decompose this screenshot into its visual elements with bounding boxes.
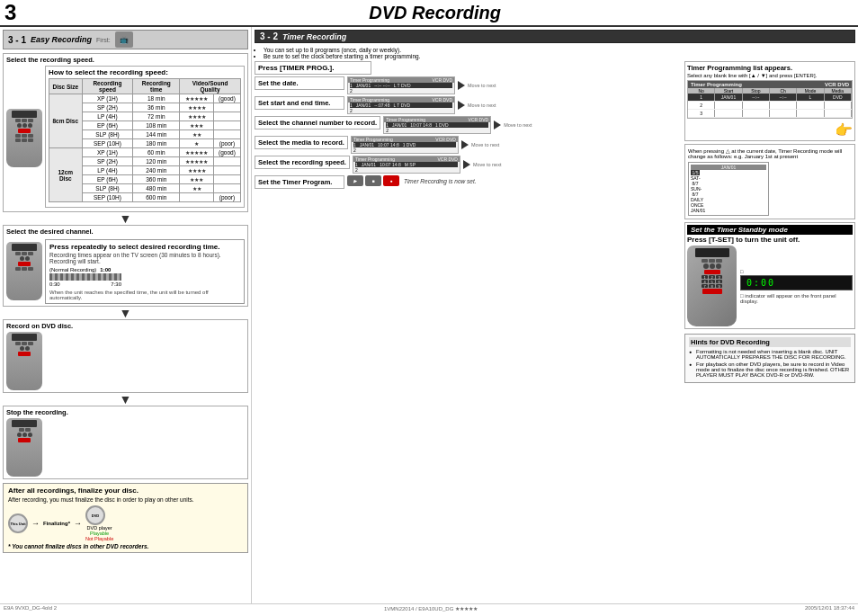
rb-row-6 bbox=[702, 289, 722, 294]
pr-sub: Recording times appear on the TV screen … bbox=[49, 252, 240, 264]
step3-title: Record on DVD disc. bbox=[6, 322, 245, 330]
tp-list-header: Timer Programming VCR DVD bbox=[688, 81, 852, 88]
hand-icon-area: 👉 bbox=[687, 121, 853, 138]
tp-hdr-title: Timer Programming bbox=[691, 82, 742, 87]
qual-label-sp-12 bbox=[213, 157, 240, 166]
tsr-set-date: Set the date. Timer Programming VCR DVD … bbox=[255, 76, 682, 94]
easy-rec-title: Easy Recording bbox=[31, 35, 92, 44]
mode-sp-12: SP (2H) bbox=[82, 157, 133, 166]
step3-inner bbox=[6, 332, 245, 390]
footer-right: 2005/12/01 18:37:44 bbox=[805, 605, 854, 615]
qual-sep-8: ★ bbox=[180, 139, 214, 148]
finalizing-text: Finalizing* bbox=[43, 521, 70, 526]
qual-label-sep-12: (poor) bbox=[213, 193, 240, 202]
page-footer: E9A 9VXD_DG-4old 2 1VMN22014 / E9A10UD_D… bbox=[0, 603, 858, 616]
ri-btn-round-2 bbox=[22, 123, 27, 128]
hint-1: Formatting is not needed when inserting … bbox=[689, 349, 851, 360]
tp-row2-no: 2 bbox=[688, 102, 715, 109]
remote-screen-4 bbox=[12, 420, 37, 427]
rb-btn-tset bbox=[702, 289, 722, 294]
qual-label-lp-12 bbox=[213, 166, 240, 175]
set-timer-prog-label: Set the Timer Program. bbox=[255, 175, 344, 189]
rb-btn-red bbox=[704, 270, 720, 274]
standby-right: □ 0:00 □ indicator will appear on the fr… bbox=[740, 269, 853, 304]
move-next-media: Move to next bbox=[471, 142, 500, 147]
mini-screen-media: Timer Programming VCR DVD 1JAN/0110:07 1… bbox=[351, 136, 459, 154]
tp-row3-data2 bbox=[743, 110, 770, 117]
hint-2: For playback on other DVD players, be su… bbox=[689, 362, 851, 378]
ri-btn-3b bbox=[22, 138, 27, 142]
move-next-channel: Move to next bbox=[504, 122, 532, 128]
timer-prog-buttons: ▶ ■ ● bbox=[347, 175, 399, 186]
ri-btn-round-5 bbox=[25, 256, 30, 261]
remote-screen-1 bbox=[12, 111, 37, 118]
qual-label-slp-12 bbox=[213, 184, 240, 193]
rb-row-3: 1 2 3 bbox=[702, 275, 722, 279]
rb-screen bbox=[695, 248, 729, 257]
hand-icon: 👉 bbox=[835, 122, 853, 138]
qual-label-ep-8 bbox=[213, 121, 240, 130]
remote-illus-2 bbox=[6, 242, 42, 300]
ri-row-6 bbox=[20, 256, 30, 261]
timer-bullets: You can set up to 8 programs (once, dail… bbox=[255, 47, 855, 59]
ri-row-3 bbox=[15, 134, 33, 138]
calendar-visual: JAN/01 1/5 SAT-8/7 SUN-8/7 bbox=[688, 162, 769, 216]
disc-flow: This Unit → Finalizing* → DVD DVD player bbox=[8, 505, 113, 541]
ri-btn-2a bbox=[15, 134, 21, 138]
ri-btn-round-3 bbox=[28, 123, 32, 128]
ms-dvd-label-2: VCR DVD bbox=[432, 97, 452, 103]
timer-side-panel: Timer Programming list appears. Select a… bbox=[684, 61, 855, 601]
arrow-finalize: → bbox=[31, 519, 40, 528]
ri-row-7 bbox=[15, 267, 33, 271]
ms-body-time: 1JAN/01--:07:48L T DVD 2 bbox=[348, 103, 454, 113]
ri-btn-2b bbox=[22, 134, 27, 138]
press-tset: Press [T-SET] to turn the unit off. bbox=[687, 236, 853, 244]
qual-label-sep-8: (poor) bbox=[213, 139, 240, 148]
select-media-right: Timer Programming VCR DVD 1JAN/0110:07 1… bbox=[351, 136, 500, 154]
tp-row1-ch: L bbox=[797, 94, 824, 101]
tsr-press-timer: Press [TIMER PROG.]. bbox=[255, 61, 682, 75]
ri-row-11 bbox=[17, 433, 32, 437]
ms-t5: 2 bbox=[350, 108, 353, 113]
timer-main-steps: Press [TIMER PROG.]. Set the date. Timer… bbox=[255, 61, 682, 601]
ri-row-10 bbox=[19, 428, 31, 432]
arrow-media bbox=[461, 140, 469, 149]
time-xp-12: 60 min bbox=[133, 148, 180, 157]
rb-num-7: 7 bbox=[702, 284, 708, 288]
ms-ch4: 1 DVD bbox=[435, 122, 449, 128]
ms-s2: JAN/01 bbox=[362, 162, 376, 167]
remote-screen-3 bbox=[12, 334, 37, 341]
ms-m4: 1 DVD bbox=[403, 142, 416, 147]
tp-row3-data3 bbox=[770, 110, 797, 117]
rb-num-4: 4 bbox=[702, 280, 708, 283]
tp-row1-no: 1 bbox=[688, 94, 715, 101]
ri-btn-7a bbox=[19, 428, 24, 432]
ms-body-speed: 1JAN/0110:07 14:8M SP 2 bbox=[353, 162, 460, 173]
ri-btn-round-8 bbox=[17, 433, 22, 437]
lcd-area: □ 0:00 bbox=[740, 269, 853, 290]
cal-row-3: SUN-8/7 bbox=[691, 186, 766, 197]
ri-btn-1a bbox=[15, 119, 21, 122]
remote-illus-4 bbox=[6, 418, 42, 477]
disc-12cm: 12cm Disc bbox=[49, 148, 83, 202]
date-note-box: When pressing △ at the current date, Tim… bbox=[684, 144, 855, 219]
disc-dvd: DVD bbox=[85, 505, 105, 525]
mode-sep-12: SEP (10H) bbox=[82, 193, 133, 202]
mode-lp-12: LP (4H) bbox=[82, 166, 133, 175]
time-ep-8: 108 min bbox=[133, 121, 180, 130]
arrow-2: ▼ bbox=[3, 308, 248, 317]
rb-num-1: 1 bbox=[702, 275, 708, 279]
ri-row-5 bbox=[15, 252, 33, 255]
dvd-player-area: DVD DVD player Playable Not Playable bbox=[85, 505, 113, 541]
qual-lp-8: ★★★★ bbox=[180, 112, 214, 121]
time-label-start: 0:30 bbox=[49, 281, 60, 287]
cal-row-2: SAT-8/7 bbox=[691, 175, 766, 186]
not-playable-label: Not Playable bbox=[85, 536, 113, 541]
timer-set-msg: Timer Recording is now set. bbox=[404, 178, 477, 184]
tsr-media: Select the media to record. Timer Progra… bbox=[255, 136, 682, 154]
ms-c2: JAN/01 bbox=[356, 83, 371, 88]
ri-btn-6b bbox=[22, 342, 27, 345]
tp-row2-data4 bbox=[797, 102, 824, 109]
rb-row-4: 4 5 6 bbox=[702, 280, 722, 283]
ri-btn-4b bbox=[22, 252, 27, 255]
